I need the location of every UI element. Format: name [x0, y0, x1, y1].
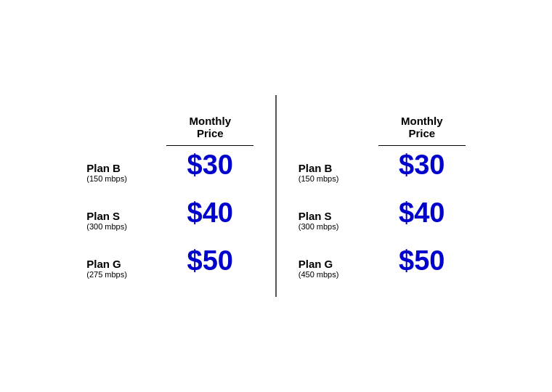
table1-price-s: $40	[187, 194, 233, 232]
table2-plan-b-label: Plan B (150 mbps)	[299, 153, 339, 191]
table2-price-b: $30	[399, 146, 445, 184]
table1-plan-g-speed: (275 mbps)	[86, 270, 127, 279]
table-1: Plan B (150 mbps) Plan S (300 mbps) Plan…	[86, 95, 253, 297]
table1-plan-b-speed: (150 mbps)	[86, 174, 127, 183]
table1-price-col: MonthlyPrice $30 $40 $50	[166, 95, 253, 290]
table2-col-header: MonthlyPrice	[378, 95, 466, 146]
table2-plan-labels: Plan B (150 mbps) Plan S (300 mbps) Plan…	[299, 95, 378, 297]
table2-plan-s-name: Plan S	[299, 210, 339, 222]
table2-plan-s-label: Plan S (300 mbps)	[299, 201, 339, 239]
table1-plan-s-label: Plan S (300 mbps)	[86, 201, 127, 239]
table-2: Plan B (150 mbps) Plan S (300 mbps) Plan…	[299, 95, 466, 297]
table2-price-col: MonthlyPrice $30 $40 $50	[378, 95, 466, 290]
table2-plan-g-speed: (450 mbps)	[299, 270, 339, 279]
table2-plan-g-label: Plan G (450 mbps)	[299, 249, 339, 287]
table2-plan-b-name: Plan B	[299, 162, 339, 174]
table1-col-header: MonthlyPrice	[166, 95, 253, 146]
table1-plan-b-label: Plan B (150 mbps)	[86, 153, 127, 191]
table2-plan-g-name: Plan G	[299, 258, 339, 270]
pricing-comparison: Plan B (150 mbps) Plan S (300 mbps) Plan…	[86, 95, 466, 297]
table1-price-g: $50	[187, 242, 233, 279]
table1-plan-labels: Plan B (150 mbps) Plan S (300 mbps) Plan…	[86, 95, 166, 297]
table2-price-s: $40	[399, 194, 445, 232]
table2-plan-b-speed: (150 mbps)	[299, 174, 339, 183]
table1-plan-g-label: Plan G (275 mbps)	[86, 249, 127, 287]
table2-price-g: $50	[399, 242, 445, 279]
table2-plan-s-speed: (300 mbps)	[299, 222, 339, 231]
table1-plan-s-speed: (300 mbps)	[86, 222, 127, 231]
table1-plan-g-name: Plan G	[86, 258, 127, 270]
table1-plan-b-name: Plan B	[86, 162, 127, 174]
table1-price-b: $30	[187, 146, 233, 184]
vertical-divider	[275, 95, 277, 297]
table1-plan-s-name: Plan S	[86, 210, 127, 222]
